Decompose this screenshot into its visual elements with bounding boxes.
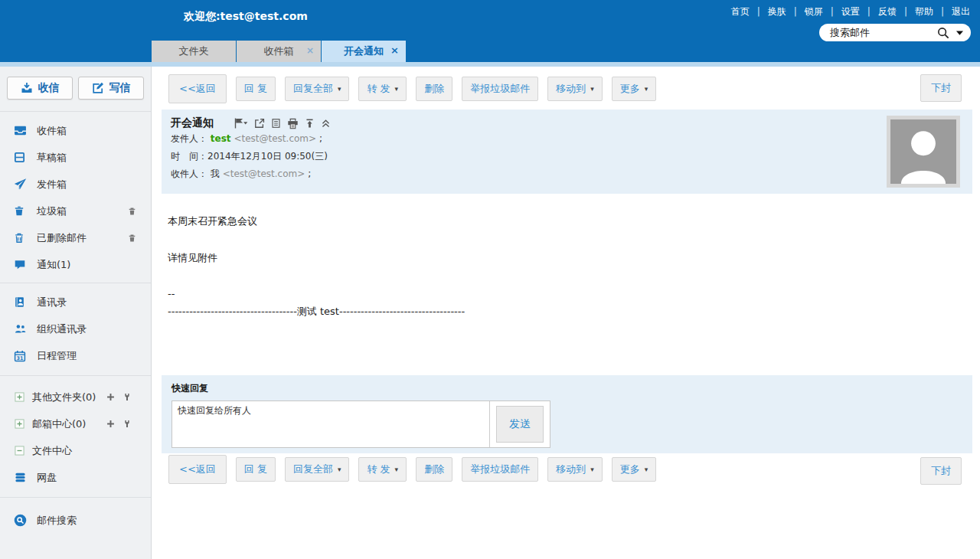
toolbar-button-label: 移动到 <box>556 82 586 96</box>
caret-down-icon: ▾ <box>590 466 594 473</box>
toolbar-button-label: 举报垃圾邮件 <box>470 82 530 96</box>
toolbar-button-label: 回复全部 <box>293 463 333 476</box>
sidebar-item-label: 组织通讯录 <box>37 322 87 336</box>
view-source-icon[interactable] <box>271 118 281 129</box>
toolbar-button[interactable]: 转 发 ▾ <box>358 77 407 101</box>
caret-down-icon: ▾ <box>645 466 648 473</box>
sidebar-item[interactable]: 收件箱 <box>0 117 151 144</box>
collapse-icon[interactable] <box>321 118 331 129</box>
print-icon[interactable] <box>287 118 299 129</box>
chevron-down-icon[interactable] <box>956 30 964 36</box>
back-button[interactable]: <<返回 <box>168 74 227 103</box>
toolbar-button-label: 转 发 <box>367 82 390 96</box>
sidebar-item[interactable]: 31 日程管理 <box>0 342 151 369</box>
top-nav-link[interactable]: 设置 <box>838 5 874 18</box>
caret-down-icon: ▾ <box>395 466 399 473</box>
tools-list: 通讯录 组织通讯录 31 日程管理 <box>0 283 151 369</box>
sidebar-item[interactable]: 发件箱 <box>0 171 151 198</box>
sender-avatar <box>887 116 960 188</box>
compose-row: 收信 写信 <box>0 67 151 100</box>
sidebar-group-item[interactable]: 邮箱中心(0) <box>0 410 151 437</box>
org-contacts-icon <box>14 323 28 335</box>
compose-button-label: 写信 <box>109 81 131 95</box>
sidebar-item[interactable]: 通知(1) <box>0 251 151 278</box>
tab[interactable]: 开会通知 × <box>322 41 406 62</box>
top-nav-link[interactable]: 换肤 <box>764 5 801 18</box>
compose-button[interactable]: 收信 <box>7 77 73 100</box>
add-icon[interactable] <box>106 420 115 428</box>
calendar-icon: 31 <box>14 350 28 362</box>
next-mail-button[interactable]: 下封 <box>920 457 962 485</box>
toolbar-button[interactable]: 举报垃圾邮件 <box>462 457 538 482</box>
group-actions <box>106 393 131 401</box>
sender-address: <test@test.com> <box>234 133 316 144</box>
sender-name: test <box>211 133 231 144</box>
sidebar-item[interactable]: 通讯录 <box>0 289 151 315</box>
toolbar-button[interactable]: 移动到 ▾ <box>547 457 603 482</box>
send-button[interactable]: 发送 <box>496 406 544 443</box>
mail-time-line: 时 间：2014年12月10日 09:50(三) <box>171 148 963 165</box>
sidebar-item[interactable]: 草稿箱 <box>0 144 151 171</box>
toolbar-button[interactable]: 回复全部 ▾ <box>285 457 350 482</box>
tab[interactable]: 收件箱 × <box>237 41 321 62</box>
search-icon[interactable] <box>936 26 950 40</box>
quick-reply-box: 快速回复给所有人 发送 <box>172 400 550 448</box>
toolbar-button[interactable]: 回 复 <box>236 457 276 482</box>
close-icon[interactable]: × <box>390 45 399 55</box>
sidebar-item[interactable]: 垃圾箱 <box>0 198 151 224</box>
top-nav-link[interactable]: 反馈 <box>874 5 911 18</box>
plus-expander[interactable] <box>15 392 26 402</box>
tab[interactable]: 文件夹 <box>152 41 236 62</box>
caret-down-icon: ▾ <box>590 85 594 93</box>
add-icon[interactable] <box>106 393 115 401</box>
manage-icon[interactable] <box>123 420 131 428</box>
top-nav-link[interactable]: 退出 <box>948 5 974 18</box>
sidebar-group-item[interactable]: 其他文件夹(0) <box>0 384 151 410</box>
plus-expander[interactable] <box>15 419 26 429</box>
empty-trash-icon[interactable] <box>128 234 136 243</box>
search-input[interactable]: 搜索邮件 <box>830 26 936 40</box>
sidebar-item[interactable]: 组织通讯录 <box>0 315 151 342</box>
mail-header-panel: 开会通知 发件人： test <test@test.com> ; 时 间：201… <box>162 110 972 194</box>
sidebar-item[interactable]: 已删除邮件 <box>0 224 151 251</box>
top-nav-link[interactable]: 锁屏 <box>801 5 838 18</box>
sidebar-group-item[interactable]: 网盘 <box>0 464 151 491</box>
export-icon[interactable] <box>305 118 315 129</box>
toolbar-button[interactable]: 回复全部 ▾ <box>285 77 350 101</box>
toolbar-button[interactable]: 转 发 ▾ <box>358 457 407 482</box>
top-nav-link[interactable]: 首页 <box>727 5 764 18</box>
open-new-window-icon[interactable] <box>254 118 265 129</box>
toolbar-button[interactable]: 移动到 ▾ <box>547 77 603 101</box>
contacts-icon <box>14 296 28 308</box>
toolbar-button[interactable]: 回 复 <box>236 77 276 101</box>
manage-icon[interactable] <box>123 393 131 401</box>
sidebar-item-label: 收件箱 <box>37 124 67 138</box>
toolbar-bottom: <<返回 回 复 回复全部 ▾ 转 发 ▾ 删除 举报垃圾邮件 移动到 ▾ 更多… <box>168 455 656 484</box>
toolbar-button[interactable]: 删除 <box>416 77 452 101</box>
top-nav-link[interactable]: 帮助 <box>911 5 948 18</box>
compose-button[interactable]: 写信 <box>78 77 144 100</box>
flag-icon[interactable] <box>234 118 248 129</box>
toolbar-button[interactable]: 举报垃圾邮件 <box>462 77 538 101</box>
back-button[interactable]: <<返回 <box>168 455 227 484</box>
sidebar-group-item[interactable]: 文件中心 <box>0 437 151 464</box>
toolbar-button-label: 回 复 <box>244 463 267 476</box>
minus-expander[interactable] <box>15 446 26 456</box>
toolbar-button[interactable]: 更多 ▾ <box>612 77 657 101</box>
sidebar-item-mail-search[interactable]: 邮件搜索 <box>0 507 151 534</box>
next-mail-button[interactable]: 下封 <box>920 74 962 102</box>
quick-reply-input[interactable]: 快速回复给所有人 <box>172 401 490 447</box>
empty-trash-icon[interactable] <box>128 207 136 216</box>
toolbar-button[interactable]: 删除 <box>416 457 452 482</box>
close-icon[interactable]: × <box>306 46 314 55</box>
sidebar-item-label: 草稿箱 <box>37 151 67 165</box>
deleted-icon <box>14 232 28 244</box>
mail-search-box[interactable]: 搜索邮件 <box>819 24 971 41</box>
caret-down-icon: ▾ <box>645 85 648 93</box>
compose-icon <box>92 82 104 94</box>
mail-to-line: 收件人： 我 <test@test.com> ; <box>171 165 963 183</box>
draft-icon <box>14 152 28 163</box>
sent-icon <box>14 178 28 191</box>
sidebar-item-label: 已删除邮件 <box>37 231 87 245</box>
toolbar-button[interactable]: 更多 ▾ <box>612 457 657 482</box>
